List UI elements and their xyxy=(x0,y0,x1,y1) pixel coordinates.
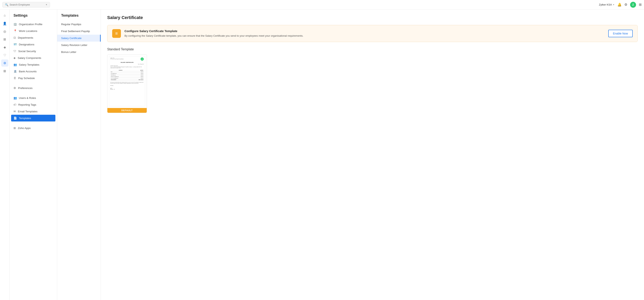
table-row-total: TOTAL AMOUNT SAR 11,000.00 xyxy=(110,79,144,81)
preview-date: Date: 16 Aug 2024 xyxy=(110,64,144,65)
banner-icon: ≡ xyxy=(112,29,121,38)
users-icon: 👥 xyxy=(14,96,17,100)
preview-body: This is to certify that Sarah Ahmed (Emp… xyxy=(110,67,144,69)
designations-icon: 🪪 xyxy=(14,43,17,46)
table-row: Other Allowance 1,000.00 xyxy=(110,74,144,76)
sidebar-item-reporting-tags[interactable]: 🏷 Reporting Tags xyxy=(10,101,57,108)
search-input[interactable] xyxy=(10,3,44,6)
sidebar-item-organization-profile[interactable]: 🏢 Organization Profile xyxy=(10,21,57,27)
chevron-down-icon: ▼ xyxy=(613,3,614,6)
nav-location-icon[interactable]: ◎ xyxy=(1,28,8,35)
search-box[interactable]: 🔍 ▼ xyxy=(2,2,50,7)
sidebar-item-zoho-apps[interactable]: ⊞ Zoho Apps xyxy=(10,125,57,131)
sidebar-item-users-roles[interactable]: 👥 Users & Roles xyxy=(10,95,57,101)
pin-icon: 📍 xyxy=(14,29,17,32)
apps-grid-icon[interactable]: ⊞ xyxy=(639,2,642,7)
nav-apps-icon[interactable]: ⊞ xyxy=(1,67,8,75)
settings-sidebar: Settings 🏢 Organization Profile 📍 Work L… xyxy=(10,9,57,300)
sidebar-item-departments[interactable]: ⊡ Departments xyxy=(10,34,57,41)
template-nav-salary-revision[interactable]: Salary Revision Letter xyxy=(57,42,101,49)
chevron-down-icon: ▼ xyxy=(46,3,48,6)
nav-heart-icon[interactable]: ♡ xyxy=(1,51,8,59)
sidebar-item-salary-components[interactable]: ◈ Salary Components xyxy=(10,54,57,61)
banner-title: Configure Salary Certificate Template xyxy=(124,29,605,33)
sidebar-item-pay-schedule[interactable]: 🗓 Pay Schedule xyxy=(10,75,57,81)
preferences-icon: ⚙ xyxy=(14,86,16,90)
configure-banner: ≡ Configure Salary Certificate Template … xyxy=(107,25,638,42)
sidebar-item-designations[interactable]: 🪪 Designations xyxy=(10,41,57,48)
template-nav-salary-certificate[interactable]: Salary Certificate xyxy=(57,35,101,42)
nav-org-icon[interactable]: ⊞ xyxy=(1,36,8,43)
topbar-left: 🔍 ▼ xyxy=(2,2,50,7)
table-row: Cost of Living Allowance 2,000.00 xyxy=(110,77,144,79)
salary-components-icon: ◈ xyxy=(14,56,16,59)
search-icon: 🔍 xyxy=(5,3,8,6)
page-title: Salary Certificate xyxy=(107,15,638,20)
preview-doc-title: SALARY CERTIFICATE xyxy=(110,62,144,63)
main-content: Salary Certificate ≡ Configure Salary Ce… xyxy=(101,9,644,300)
avatar[interactable]: Z xyxy=(630,2,636,8)
shield-icon: 🛡 xyxy=(14,49,16,53)
preview-logo: Z xyxy=(140,57,144,61)
bank-icon: 🏦 xyxy=(14,70,17,73)
sidebar-item-work-locations[interactable]: 📍 Work Locations xyxy=(10,27,57,34)
sidebar-item-bank-accounts[interactable]: 🏦 Bank Accounts xyxy=(10,68,57,75)
template-nav-regular-payslips[interactable]: Regular Payslips xyxy=(57,21,101,28)
templates-sidebar: Templates Regular Payslips Final Settlem… xyxy=(57,9,101,300)
zoho-icon: ⊞ xyxy=(14,127,16,130)
banner-description: By configuring the Salary Certificate te… xyxy=(124,34,605,38)
settings-title: Settings xyxy=(10,13,57,21)
icon-sidebar: ⌂ 👤 ◎ ⊞ ◈ ♡ ⚙ ⊞ xyxy=(0,9,10,300)
page-wrapper: ⌂ 👤 ◎ ⊞ ◈ ♡ ⚙ ⊞ Settings 🏢 Organization … xyxy=(0,9,644,300)
preview-address: 222 Oasis Place Riyadh Saudi Arabia xyxy=(110,58,124,59)
standard-template-section-title: Standard Template xyxy=(107,48,638,51)
template-preview: Zylker Gulf 222 Oasis Place Riyadh Saudi… xyxy=(108,54,147,108)
enable-now-button[interactable]: Enable Now xyxy=(608,30,633,37)
table-row: Children Social Allowance 2,000.00 xyxy=(110,76,144,77)
preview-role: Manager - HR xyxy=(110,89,144,90)
sidebar-item-templates[interactable]: 📄 Templates xyxy=(11,115,56,122)
tag-icon: 🏷 xyxy=(14,103,16,106)
template-nav-final-settlement[interactable]: Final Settlement Payslip xyxy=(57,28,101,35)
sidebar-item-salary-templates[interactable]: 👥 Salary Templates xyxy=(10,61,57,68)
topbar: 🔍 ▼ Zylker KSA ▼ 🔔 ⚙ Z ⊞ xyxy=(0,0,644,9)
banner-text: Configure Salary Certificate Template By… xyxy=(124,29,605,38)
settings-gear-icon[interactable]: ⚙ xyxy=(624,2,627,7)
table-row: Basic 5,000.00 xyxy=(110,71,144,73)
nav-home-icon[interactable]: ⌂ xyxy=(1,12,8,19)
nav-award-icon[interactable]: ◈ xyxy=(1,44,8,51)
template-card[interactable]: Zylker Gulf 222 Oasis Place Riyadh Saudi… xyxy=(107,54,147,113)
notifications-icon[interactable]: 🔔 xyxy=(618,2,622,7)
templates-sidebar-title: Templates xyxy=(57,13,101,21)
calendar-icon: 🗓 xyxy=(14,76,16,80)
departments-icon: ⊡ xyxy=(14,36,16,39)
default-badge: DEFAULT xyxy=(108,108,147,113)
preview-document: Zylker Gulf 222 Oasis Place Riyadh Saudi… xyxy=(109,56,145,106)
sidebar-item-email-templates[interactable]: ✉ Email Templates xyxy=(10,108,57,115)
org-name[interactable]: Zylker KSA ▼ xyxy=(599,3,614,6)
nav-people-icon[interactable]: 👤 xyxy=(1,20,8,27)
preview-to: To whom it may concern: xyxy=(110,65,144,66)
building-icon: 🏢 xyxy=(14,23,17,26)
sidebar-item-social-security[interactable]: 🛡 Social Security xyxy=(10,48,57,54)
topbar-right: Zylker KSA ▼ 🔔 ⚙ Z ⊞ xyxy=(599,2,642,8)
email-icon: ✉ xyxy=(14,110,16,113)
sidebar-item-preferences[interactable]: ⚙ Preferences xyxy=(10,85,57,91)
salary-templates-icon: 👥 xyxy=(14,63,17,66)
template-nav-bonus-letter[interactable]: Bonus Letter xyxy=(57,49,101,55)
preview-sincerely: Sincerely, xyxy=(110,85,144,86)
preview-footer: We hereby confirm that all the above det… xyxy=(110,82,144,84)
nav-settings-icon[interactable]: ⚙ xyxy=(1,59,8,67)
preview-earnings-table: EARNINGS AMOUNT Basic 5,000.00 Housing A… xyxy=(110,70,144,81)
table-row: Housing Allowance 1,000.00 xyxy=(110,73,144,74)
templates-icon: 📄 xyxy=(14,117,17,120)
